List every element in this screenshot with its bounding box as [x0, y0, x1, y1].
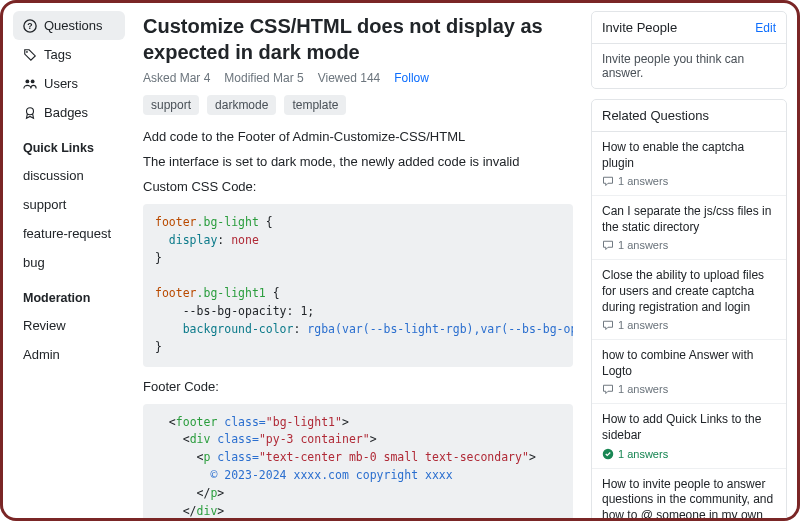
footer-code-label: Footer Code:	[143, 379, 573, 394]
sidebar-item-questions[interactable]: ? Questions	[13, 11, 125, 40]
body-paragraph: The interface is set to dark mode, the n…	[143, 154, 573, 169]
related-questions-card: Related Questions How to enable the capt…	[591, 99, 787, 521]
tag-icon	[23, 48, 37, 62]
related-question-title: How to enable the captcha plugin	[602, 140, 776, 171]
badge-icon	[23, 106, 37, 120]
comment-icon	[602, 239, 614, 251]
sidebar-item-badges[interactable]: Badges	[13, 98, 125, 127]
sidebar: ? Questions Tags Users Badges Quick Link…	[3, 3, 129, 518]
sidebar-item-label: Users	[44, 76, 78, 91]
related-question-item[interactable]: how to combine Answer with Logto1 answer…	[592, 339, 786, 403]
related-question-title: Close the ability to upload files for us…	[602, 268, 776, 315]
tag-list: support darkmode template	[143, 95, 573, 115]
meta-asked: Asked Mar 4	[143, 71, 210, 85]
related-question-answers: 1 answers	[602, 383, 776, 395]
sidebar-section-quicklinks: Quick Links	[13, 127, 125, 161]
question-title: Customize CSS/HTML does not display as e…	[143, 13, 573, 65]
related-question-item[interactable]: How to enable the captcha plugin1 answer…	[592, 132, 786, 195]
tag-template[interactable]: template	[284, 95, 346, 115]
right-column: Invite People Edit Invite people you thi…	[587, 3, 797, 518]
sidebar-item-label: Badges	[44, 105, 88, 120]
invite-edit-link[interactable]: Edit	[755, 21, 776, 35]
sidebar-item-label: Admin	[23, 347, 60, 362]
question-icon: ?	[23, 19, 37, 33]
sidebar-item-feature-request[interactable]: feature-request	[13, 219, 125, 248]
svg-point-4	[31, 79, 35, 83]
check-circle-icon	[602, 448, 614, 460]
footer-code-block: <footer class="bg-light1"> <div class="p…	[143, 404, 573, 519]
sidebar-item-admin[interactable]: Admin	[13, 340, 125, 369]
related-question-title: How to add Quick Links to the sidebar	[602, 412, 776, 443]
sidebar-item-label: discussion	[23, 168, 84, 183]
related-question-answers: 1 answers	[602, 239, 776, 251]
comment-icon	[602, 175, 614, 187]
sidebar-item-label: Review	[23, 318, 66, 333]
related-question-item[interactable]: How to add Quick Links to the sidebar1 a…	[592, 403, 786, 467]
sidebar-item-support[interactable]: support	[13, 190, 125, 219]
related-question-answers: 1 answers	[602, 448, 776, 460]
tag-darkmode[interactable]: darkmode	[207, 95, 276, 115]
users-icon	[23, 77, 37, 91]
sidebar-item-label: feature-request	[23, 226, 111, 241]
invite-card: Invite People Edit Invite people you thi…	[591, 11, 787, 89]
sidebar-section-moderation: Moderation	[13, 277, 125, 311]
svg-text:?: ?	[27, 21, 32, 31]
follow-link[interactable]: Follow	[394, 71, 429, 85]
svg-point-2	[26, 51, 28, 53]
question-meta: Asked Mar 4 Modified Mar 5 Viewed 144 Fo…	[143, 71, 573, 85]
sidebar-item-users[interactable]: Users	[13, 69, 125, 98]
sidebar-item-review[interactable]: Review	[13, 311, 125, 340]
main-content: Customize CSS/HTML does not display as e…	[129, 3, 587, 518]
related-question-item[interactable]: Close the ability to upload files for us…	[592, 259, 786, 339]
related-question-title: how to combine Answer with Logto	[602, 348, 776, 379]
sidebar-item-label: Tags	[44, 47, 71, 62]
related-title: Related Questions	[602, 108, 709, 123]
sidebar-item-tags[interactable]: Tags	[13, 40, 125, 69]
css-code-block: footer.bg-light { display: none } footer…	[143, 204, 573, 367]
sidebar-item-label: bug	[23, 255, 45, 270]
sidebar-item-label: support	[23, 197, 66, 212]
related-question-title: How to invite people to answer questions…	[602, 477, 776, 521]
related-question-answers: 1 answers	[602, 319, 776, 331]
body-paragraph: Add code to the Footer of Admin-Customiz…	[143, 129, 573, 144]
related-question-title: Can I separate the js/css files in the s…	[602, 204, 776, 235]
invite-title: Invite People	[602, 20, 677, 35]
comment-icon	[602, 383, 614, 395]
sidebar-item-label: Questions	[44, 18, 103, 33]
related-question-answers: 1 answers	[602, 175, 776, 187]
svg-point-3	[25, 79, 29, 83]
comment-icon	[602, 319, 614, 331]
svg-point-5	[27, 107, 34, 114]
css-code-label: Custom CSS Code:	[143, 179, 573, 194]
meta-viewed: Viewed 144	[318, 71, 381, 85]
sidebar-item-discussion[interactable]: discussion	[13, 161, 125, 190]
meta-modified: Modified Mar 5	[224, 71, 303, 85]
related-question-item[interactable]: Can I separate the js/css files in the s…	[592, 195, 786, 259]
sidebar-item-bug[interactable]: bug	[13, 248, 125, 277]
invite-body: Invite people you think can answer.	[592, 44, 786, 88]
related-question-item[interactable]: How to invite people to answer questions…	[592, 468, 786, 521]
tag-support[interactable]: support	[143, 95, 199, 115]
